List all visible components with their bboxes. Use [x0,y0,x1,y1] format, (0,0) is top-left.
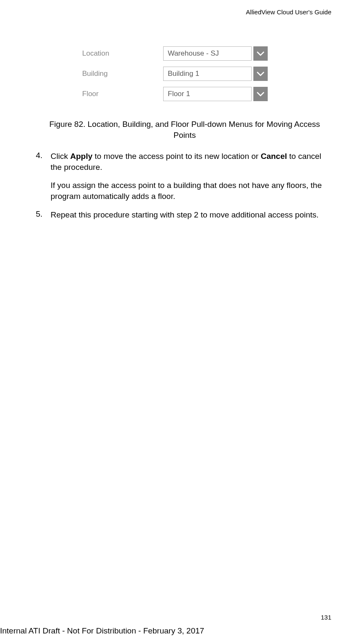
step-4-para2: If you assign the access point to a buil… [51,180,331,201]
location-row: Location Warehouse - SJ [82,46,268,61]
chevron-down-icon [257,71,264,76]
page-number: 131 [321,614,331,621]
floor-dropdown-button[interactable] [253,87,268,101]
location-select[interactable]: Warehouse - SJ [163,46,252,61]
step-4: 4. Click Apply to move the access point … [36,151,331,202]
location-field: Warehouse - SJ [163,46,268,61]
building-field: Building 1 [163,67,268,81]
step-5: 5. Repeat this procedure starting with s… [36,209,331,220]
building-label: Building [82,70,163,78]
floor-label: Floor [82,90,163,98]
step-4-para1: Click Apply to move the access point to … [51,151,331,172]
step-list: 4. Click Apply to move the access point … [36,151,331,228]
location-label: Location [82,49,163,58]
building-select[interactable]: Building 1 [163,67,252,81]
step-body: Repeat this procedure starting with step… [51,209,331,220]
location-dropdown-button[interactable] [253,46,268,61]
building-dropdown-button[interactable] [253,67,268,81]
page-header: AlliedView Cloud User's Guide [246,8,331,16]
floor-row: Floor Floor 1 [82,87,268,101]
building-row: Building Building 1 [82,67,268,81]
footer: Internal ATI Draft - Not For Distributio… [0,626,204,636]
chevron-down-icon [257,51,264,56]
step-body: Click Apply to move the access point to … [51,151,331,202]
step-number: 5. [36,209,51,220]
floor-field: Floor 1 [163,87,268,101]
apply-text: Apply [70,152,92,161]
cancel-text: Cancel [261,152,287,161]
floor-select[interactable]: Floor 1 [163,87,252,101]
step-5-para1: Repeat this procedure starting with step… [51,209,331,220]
dropdown-section: Location Warehouse - SJ Building Buildin… [82,46,268,107]
figure-caption: Figure 82. Location, Building, and Floor… [38,119,331,140]
chevron-down-icon [257,91,264,97]
step-number: 4. [36,151,51,202]
